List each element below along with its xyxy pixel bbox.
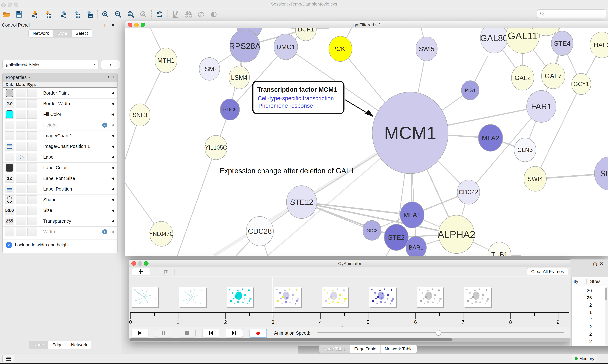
record-button[interactable]: [249, 329, 267, 338]
zoom-out-icon[interactable]: [113, 10, 123, 19]
expand-row-icon[interactable]: ◀: [111, 112, 114, 116]
network-node-CDC28[interactable]: CDC28: [246, 217, 274, 246]
mapping-cell[interactable]: [16, 195, 26, 204]
timeline-playhead[interactable]: [273, 277, 273, 316]
bypass-cell[interactable]: [28, 110, 37, 118]
network-node-FAR1[interactable]: FAR1: [527, 91, 556, 122]
property-row-image-chart-1[interactable]: Image/Chart 1◀: [3, 130, 117, 141]
expand-row-icon[interactable]: ◀: [111, 155, 114, 159]
canvas-text-annotation[interactable]: Expression change after deletion of GAL1: [220, 167, 354, 175]
default-value-cell[interactable]: [5, 195, 14, 204]
network-node-SLT2[interactable]: SLT2: [594, 157, 608, 190]
annotation-link[interactable]: Pheromone response: [258, 103, 313, 109]
tab-node-table[interactable]: Node Table: [319, 345, 350, 353]
properties-header[interactable]: Properties ▾ » »: [2, 73, 117, 82]
expand-row-icon[interactable]: ◀: [111, 176, 114, 181]
property-row-border-width[interactable]: 2.0Border Width◀: [3, 99, 117, 109]
network-node-STE2[interactable]: STE2: [384, 224, 408, 250]
property-row-fill-color[interactable]: Fill Color◀: [3, 109, 117, 120]
refresh-layout-icon[interactable]: [155, 10, 164, 19]
network-window-titlebar[interactable]: galFiltered.sif: [125, 21, 608, 28]
cyanimator-timeline[interactable]: Seconds 0123456789: [129, 276, 571, 327]
property-row-size[interactable]: 50.0Size◀: [3, 205, 117, 216]
bypass-cell[interactable]: [28, 131, 37, 140]
network-node-YIL105C[interactable]: YIL105C: [205, 135, 227, 160]
checkbox-checked-icon[interactable]: ✓: [6, 242, 12, 248]
tab-network[interactable]: Network: [29, 30, 53, 37]
expand-row-icon[interactable]: ◀: [111, 144, 114, 148]
delete-frame-button[interactable]: [157, 268, 175, 275]
tab-node[interactable]: Node: [29, 341, 48, 349]
expand-row-icon[interactable]: ◀: [111, 134, 114, 138]
collapse-all-icon[interactable]: »: [110, 76, 116, 79]
network-node-HAP2[interactable]: HAP2: [590, 32, 608, 58]
table-column-headers[interactable]: ity Stres: [572, 277, 608, 286]
timeline-frame-6[interactable]: [416, 287, 443, 307]
mapping-cell[interactable]: [16, 217, 26, 225]
open-session-icon[interactable]: [2, 10, 11, 19]
tab-network-table[interactable]: Network Table: [381, 345, 417, 353]
property-row-label-color[interactable]: Label Color◀: [3, 163, 117, 173]
tab-select[interactable]: Select: [71, 30, 92, 37]
mapping-cell[interactable]: [16, 185, 26, 193]
memory-button[interactable]: Memory: [572, 355, 597, 362]
tab-edge[interactable]: Edge: [48, 341, 67, 349]
default-value-cell[interactable]: 2.0: [5, 99, 14, 108]
timeline-frame-4[interactable]: [322, 287, 348, 307]
zoom-fit-icon[interactable]: [126, 10, 135, 19]
network-file-icon[interactable]: [171, 10, 180, 19]
network-node-SWI5[interactable]: SWI5: [416, 37, 437, 61]
search-input[interactable]: [537, 10, 606, 18]
network-node-SNF3[interactable]: SNF3: [130, 104, 150, 126]
default-value-cell[interactable]: [5, 153, 14, 161]
default-value-cell[interactable]: [5, 142, 14, 151]
network-node-LSM4[interactable]: LSM4: [229, 66, 249, 89]
network-node-LSM2[interactable]: LSM2: [199, 58, 220, 80]
network-node-GAL2[interactable]: GAL2: [511, 65, 534, 90]
skip-start-button[interactable]: [202, 329, 219, 337]
bypass-cell[interactable]: [28, 195, 37, 204]
info-icon[interactable]: i: [102, 229, 107, 234]
default-value-cell[interactable]: [5, 228, 14, 236]
bypass-cell[interactable]: [28, 174, 37, 183]
mapping-cell[interactable]: [16, 164, 26, 172]
bypass-cell[interactable]: [28, 99, 37, 108]
property-row-width[interactable]: Widthi◀: [3, 227, 117, 237]
expand-all-icon[interactable]: »: [105, 76, 111, 79]
network-node-PDC5[interactable]: PDC5: [220, 99, 240, 120]
network-node-GAL80[interactable]: GAL80: [480, 28, 508, 53]
float-icon[interactable]: ▢: [104, 23, 111, 27]
network-node-STE12[interactable]: STE12: [286, 186, 317, 219]
network-node-SWI4[interactable]: SWI4: [524, 166, 546, 191]
annotation-link[interactable]: Cell-type-specific transcription: [258, 95, 334, 102]
network-node-GAL11[interactable]: GAL11: [506, 28, 539, 53]
default-value-cell[interactable]: 12: [5, 174, 14, 183]
expand-row-icon[interactable]: ◀: [111, 102, 114, 106]
property-row-shape[interactable]: Shape◀: [3, 195, 117, 205]
mapping-cell[interactable]: [16, 228, 26, 236]
network-node-STE4[interactable]: STE4: [551, 31, 573, 55]
mapping-cell[interactable]: [16, 174, 26, 183]
network-node-ALPHA2[interactable]: ALPHA2: [438, 215, 475, 253]
expand-row-icon[interactable]: ◀: [111, 166, 114, 170]
cyanimator-hscrollbar[interactable]: [129, 338, 571, 342]
network-node-GCY1[interactable]: GCY1: [572, 73, 591, 95]
network-node-MCM1[interactable]: MCM1: [372, 92, 448, 174]
bypass-cell[interactable]: [28, 228, 37, 236]
bypass-cell[interactable]: [28, 164, 37, 172]
bypass-cell[interactable]: [28, 153, 37, 161]
default-value-cell[interactable]: [5, 131, 14, 140]
default-value-cell[interactable]: [5, 89, 14, 97]
automation-panel-button[interactable]: [2, 355, 14, 363]
expand-row-icon[interactable]: ◀: [111, 91, 114, 95]
animation-speed-slider[interactable]: [317, 332, 564, 333]
import-network-icon[interactable]: [30, 10, 40, 19]
stop-button[interactable]: [179, 329, 195, 337]
zoom-selected-icon[interactable]: [139, 10, 148, 19]
expand-row-icon[interactable]: ◀: [111, 187, 114, 191]
close-icon[interactable]: ✕: [600, 261, 606, 266]
tab-network[interactable]: Network: [67, 341, 92, 349]
save-session-icon[interactable]: [14, 10, 24, 19]
network-node-PIS1[interactable]: PIS1: [461, 81, 479, 100]
default-value-cell[interactable]: [5, 121, 14, 129]
